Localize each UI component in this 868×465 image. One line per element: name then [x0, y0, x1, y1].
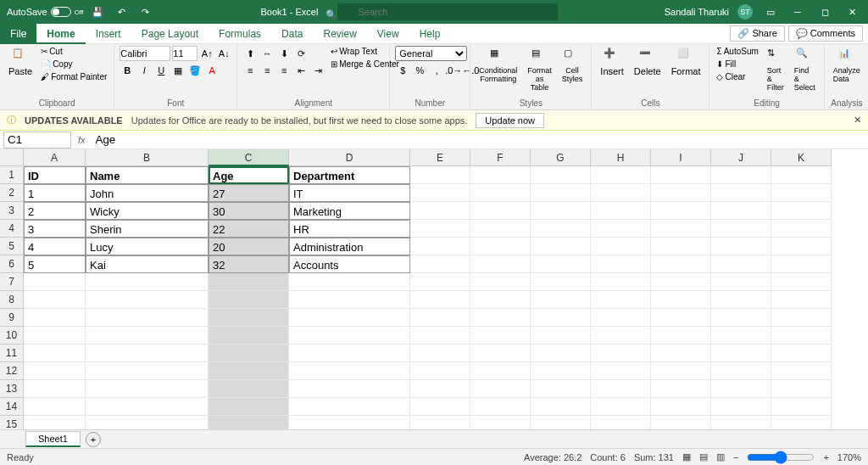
- cell-H2[interactable]: [591, 184, 651, 202]
- cell-K6[interactable]: [771, 255, 832, 273]
- cell-E3[interactable]: [410, 202, 470, 220]
- cell-I10[interactable]: [651, 327, 711, 345]
- select-all-button[interactable]: [0, 149, 24, 166]
- cell-A4[interactable]: 3: [24, 220, 86, 238]
- cell-B9[interactable]: [86, 309, 209, 327]
- cell-H4[interactable]: [591, 220, 651, 238]
- cell-G8[interactable]: [531, 291, 591, 309]
- cut-button[interactable]: ✂ Cut: [39, 46, 108, 57]
- underline-button[interactable]: U: [153, 63, 169, 78]
- cell-F14[interactable]: [470, 398, 531, 416]
- cell-B4[interactable]: Sherin: [86, 220, 209, 238]
- paste-button[interactable]: 📋 Paste: [5, 46, 36, 78]
- cell-F4[interactable]: [470, 220, 531, 238]
- col-header-C[interactable]: C: [209, 149, 289, 166]
- cell-E6[interactable]: [410, 255, 470, 273]
- comma-icon[interactable]: ,: [429, 63, 444, 78]
- cell-E12[interactable]: [410, 362, 470, 380]
- analyze-data-button[interactable]: 📊Analyze Data: [830, 46, 864, 85]
- cell-H7[interactable]: [591, 273, 651, 291]
- view-normal-icon[interactable]: ▦: [682, 451, 691, 462]
- add-sheet-button[interactable]: +: [86, 432, 101, 447]
- row-header-11[interactable]: 11: [0, 345, 24, 362]
- avatar[interactable]: ST: [737, 4, 753, 20]
- bold-button[interactable]: B: [120, 63, 135, 78]
- cell-I12[interactable]: [651, 362, 711, 380]
- cell-G5[interactable]: [531, 238, 591, 255]
- cell-J6[interactable]: [711, 255, 771, 273]
- cell-E13[interactable]: [410, 380, 470, 398]
- align-left-icon[interactable]: ≡: [242, 63, 258, 78]
- cell-F8[interactable]: [470, 291, 531, 309]
- tab-formulas[interactable]: Formulas: [209, 24, 271, 44]
- cell-K10[interactable]: [771, 327, 832, 345]
- row-header-5[interactable]: 5: [0, 238, 24, 255]
- cell-E1[interactable]: [410, 166, 470, 184]
- cell-H1[interactable]: [591, 166, 651, 184]
- close-icon[interactable]: ✕: [843, 7, 861, 18]
- cell-K14[interactable]: [771, 398, 832, 416]
- fx-icon[interactable]: fx: [71, 135, 92, 145]
- close-update-icon[interactable]: ✕: [854, 115, 861, 126]
- increase-decimal-icon[interactable]: .0→: [446, 63, 461, 78]
- tab-file[interactable]: File: [0, 24, 36, 44]
- cell-C8[interactable]: [209, 291, 289, 309]
- row-header-13[interactable]: 13: [0, 380, 24, 398]
- cell-C5[interactable]: 20: [209, 238, 289, 255]
- cell-C13[interactable]: [209, 380, 289, 398]
- zoom-out-icon[interactable]: −: [733, 452, 738, 462]
- zoom-level[interactable]: 170%: [837, 452, 861, 462]
- cell-C7[interactable]: [209, 273, 289, 291]
- cell-G1[interactable]: [531, 166, 591, 184]
- cell-B7[interactable]: [86, 273, 209, 291]
- name-box[interactable]: [3, 132, 71, 148]
- cell-H13[interactable]: [591, 380, 651, 398]
- cell-B6[interactable]: Kai: [86, 255, 209, 273]
- cell-G13[interactable]: [531, 380, 591, 398]
- number-format-select[interactable]: General: [395, 46, 467, 61]
- cell-C12[interactable]: [209, 362, 289, 380]
- cell-D12[interactable]: [289, 362, 410, 380]
- cell-F10[interactable]: [470, 327, 531, 345]
- cell-E14[interactable]: [410, 398, 470, 416]
- orientation-icon[interactable]: ⟳: [293, 46, 309, 61]
- zoom-in-icon[interactable]: +: [823, 452, 828, 462]
- font-name-select[interactable]: [120, 46, 170, 61]
- insert-cells-button[interactable]: ➕Insert: [597, 46, 627, 78]
- formula-input[interactable]: [92, 132, 868, 148]
- cell-A7[interactable]: [24, 273, 86, 291]
- cell-B14[interactable]: [86, 398, 209, 416]
- cell-D1[interactable]: Department: [289, 166, 410, 184]
- undo-icon[interactable]: ↶: [112, 7, 131, 18]
- cell-A9[interactable]: [24, 309, 86, 327]
- cell-F6[interactable]: [470, 255, 531, 273]
- col-header-J[interactable]: J: [711, 149, 771, 166]
- comments-button[interactable]: 💬 Comments: [788, 25, 863, 42]
- cell-J7[interactable]: [711, 273, 771, 291]
- cell-E8[interactable]: [410, 291, 470, 309]
- cell-I11[interactable]: [651, 345, 711, 362]
- align-top-icon[interactable]: ⬆: [242, 46, 258, 61]
- cell-C4[interactable]: 22: [209, 220, 289, 238]
- cell-D8[interactable]: [289, 291, 410, 309]
- align-bottom-icon[interactable]: ⬇: [276, 46, 292, 61]
- update-now-button[interactable]: Update now: [476, 113, 544, 128]
- sort-filter-button[interactable]: ⇅Sort & Filter: [764, 46, 787, 93]
- cell-G10[interactable]: [531, 327, 591, 345]
- zoom-slider[interactable]: [747, 451, 815, 464]
- col-header-B[interactable]: B: [86, 149, 209, 166]
- cell-J2[interactable]: [711, 184, 771, 202]
- cell-B5[interactable]: Lucy: [86, 238, 209, 255]
- cell-A6[interactable]: 5: [24, 255, 86, 273]
- copy-button[interactable]: 📄 Copy: [39, 59, 108, 70]
- share-button[interactable]: 🔗 Share: [730, 25, 784, 42]
- cell-E5[interactable]: [410, 238, 470, 255]
- col-header-H[interactable]: H: [591, 149, 651, 166]
- cell-C11[interactable]: [209, 345, 289, 362]
- cell-C1[interactable]: Age: [209, 166, 289, 184]
- col-header-I[interactable]: I: [651, 149, 711, 166]
- cell-B8[interactable]: [86, 291, 209, 309]
- cell-J8[interactable]: [711, 291, 771, 309]
- cell-J13[interactable]: [711, 380, 771, 398]
- autosave-toggle[interactable]: AutoSave Off: [7, 7, 83, 17]
